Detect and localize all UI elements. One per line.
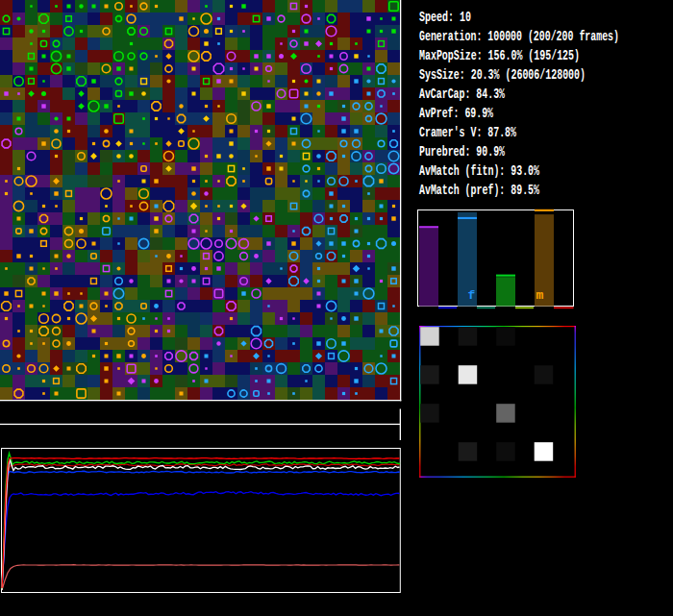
svg-text:Speed: 10: Speed: 10 [419,10,471,25]
svg-text:Generation: 100000 (200/200 fr: Generation: 100000 (200/200 frames) [419,29,619,44]
svg-text:AvMatch (pref): 89.5%: AvMatch (pref): 89.5% [419,183,539,198]
svg-text:AvCarCap: 84.3%: AvCarCap: 84.3% [419,86,505,102]
svg-text:Purebred: 90.9%: Purebred: 90.9% [419,144,505,160]
svg-text:SysSize: 20.3% (26006/128000): SysSize: 20.3% (26006/128000) [419,67,586,83]
svg-text:f: f [468,288,476,303]
svg-text:m: m [536,288,544,303]
svg-text:AvPref: 69.9%: AvPref: 69.9% [419,106,493,121]
svg-text:AvMatch (fitn): 93.0%: AvMatch (fitn): 93.0% [419,163,539,179]
svg-text:Cramer's V: 87.8%: Cramer's V: 87.8% [419,125,516,140]
svg-text:MaxPopSize: 156.0% (195/125): MaxPopSize: 156.0% (195/125) [419,48,580,63]
